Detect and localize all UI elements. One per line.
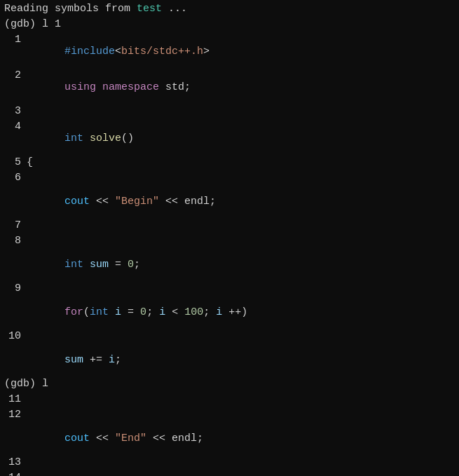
code-line-10: 10 sum += i;	[0, 330, 459, 378]
line-10-content: sum += i;	[27, 330, 121, 378]
code-line-4: 4 int solve()	[0, 121, 459, 156]
code-line-13: 13	[0, 456, 459, 472]
line-num-11: 11	[1, 393, 21, 405]
code-line-6: 6 cout << "Begin" << endl;	[0, 172, 459, 219]
code-line-8: 8 int sum = 0;	[0, 235, 459, 283]
line-num-7: 7	[1, 219, 21, 231]
code-line-12: 12 cout << "End" << endl;	[0, 409, 459, 456]
line-num-8: 8	[1, 235, 21, 247]
output-line-reading: Reading symbols from test ...	[0, 3, 459, 18]
line-12-content: cout << "End" << endl;	[27, 409, 203, 456]
line-num-13: 13	[1, 456, 21, 468]
line-5-content: {	[27, 156, 33, 168]
line-num-9: 9	[1, 283, 21, 294]
code-line-1: 1 #include<bits/stdc++.h>	[0, 34, 459, 69]
line-8-content: int sum = 0;	[27, 235, 140, 283]
line-num-14: 14	[1, 472, 21, 476]
gdb-prompt-line-2: (gdb) l	[0, 378, 459, 393]
line-num-3: 3	[1, 105, 21, 117]
reading-text: Reading symbols from test ...	[1, 3, 187, 15]
line-num-1: 1	[1, 34, 21, 46]
line-9-content: for(int i = 0; i < 100; i ++)	[27, 283, 247, 330]
line-14-content: return sum;	[27, 472, 134, 476]
gdb-prompt-1: (gdb) l 1	[1, 18, 61, 30]
code-line-2: 2 using namespace std;	[0, 69, 459, 105]
line-4-content: int solve()	[27, 121, 134, 156]
gdb-prompt-2: (gdb) l	[1, 378, 48, 390]
line-num-12: 12	[1, 409, 21, 421]
line-6-content: cout << "Begin" << endl;	[27, 172, 216, 219]
line-num-10: 10	[1, 330, 21, 342]
line-1-content: #include<bits/stdc++.h>	[27, 34, 210, 69]
line-num-4: 4	[1, 121, 21, 132]
line-2-content: using namespace std;	[27, 69, 191, 105]
terminal: Reading symbols from test ... (gdb) l 1 …	[0, 0, 459, 476]
code-line-3: 3	[0, 105, 459, 121]
gdb-prompt-line-1: (gdb) l 1	[0, 18, 459, 34]
line-num-6: 6	[1, 172, 21, 184]
line-num-5: 5	[1, 156, 21, 168]
code-line-7: 7	[0, 219, 459, 235]
code-line-9: 9 for(int i = 0; i < 100; i ++)	[0, 283, 459, 330]
code-line-14: 14 return sum;	[0, 472, 459, 476]
code-line-11: 11	[0, 393, 459, 409]
code-line-5: 5 {	[0, 156, 459, 172]
line-num-2: 2	[1, 69, 21, 81]
